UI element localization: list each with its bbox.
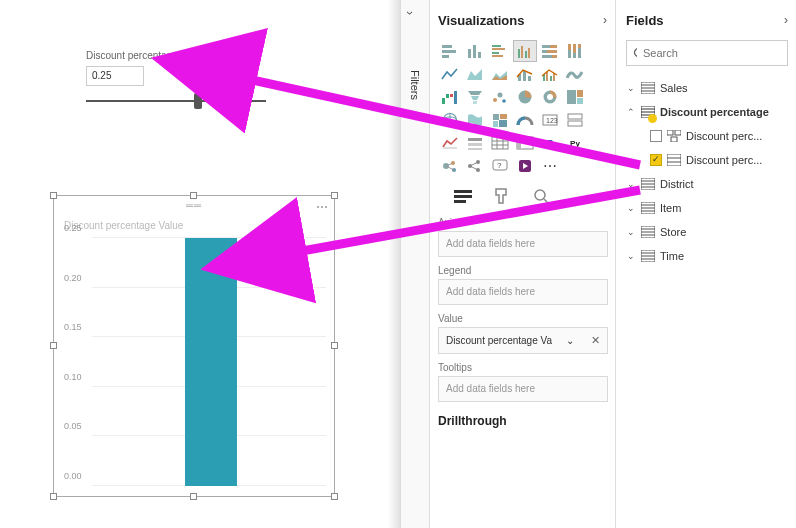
kpi-icon[interactable] <box>438 132 462 154</box>
donut-icon[interactable] <box>538 86 562 108</box>
stacked-area-icon[interactable] <box>488 63 512 85</box>
funnel-icon[interactable] <box>463 86 487 108</box>
resize-handle[interactable] <box>331 493 338 500</box>
svg-rect-101 <box>671 137 677 142</box>
key-influencers-icon[interactable] <box>438 155 462 177</box>
area-chart-icon[interactable] <box>463 63 487 85</box>
svg-point-87 <box>535 190 545 200</box>
report-canvas[interactable]: Discount percentage 0.25 ══ ⋯ Discount p… <box>0 0 400 528</box>
fields-search[interactable] <box>626 40 788 66</box>
field-checkbox[interactable] <box>650 130 662 142</box>
chevron-collapse-icon[interactable]: › <box>603 13 607 27</box>
resize-handle[interactable] <box>190 493 197 500</box>
more-options-icon[interactable]: ⋯ <box>316 200 328 214</box>
r-visual-icon[interactable]: R <box>538 132 562 154</box>
clustered-bar-icon[interactable] <box>488 40 512 62</box>
line-chart-icon[interactable] <box>438 63 462 85</box>
resize-handle[interactable] <box>50 342 57 349</box>
active-badge-icon <box>648 114 657 123</box>
slicer-track[interactable] <box>86 100 266 102</box>
treemap-icon[interactable] <box>563 86 587 108</box>
bar <box>185 238 237 486</box>
resize-handle[interactable] <box>50 192 57 199</box>
svg-text:123: 123 <box>546 117 558 124</box>
fields-tree: ⌄ Sales ⌃ Discount percentage Discount p… <box>626 76 788 268</box>
table-icon <box>641 82 655 94</box>
svg-rect-100 <box>675 130 681 135</box>
svg-rect-34 <box>442 98 445 104</box>
format-tab-icon[interactable] <box>492 187 514 209</box>
more-visuals-icon[interactable]: ⋯ <box>538 155 562 177</box>
search-input[interactable] <box>643 47 781 59</box>
table-discount-percentage[interactable]: ⌃ Discount percentage <box>626 100 788 124</box>
bar-chart-visual[interactable]: ══ ⋯ Discount percentage Value 0.00 0.05… <box>54 196 334 496</box>
fields-tab-icon[interactable] <box>452 187 474 209</box>
stacked-column-100-icon[interactable] <box>563 40 587 62</box>
table-item[interactable]: ⌄ Item <box>626 196 788 220</box>
waterfall-icon[interactable] <box>438 86 462 108</box>
axis-well[interactable]: Add data fields here <box>438 231 608 257</box>
svg-point-44 <box>547 94 553 100</box>
table-district[interactable]: ⌄ District <box>626 172 788 196</box>
table-store[interactable]: ⌄ Store <box>626 220 788 244</box>
table-label: Store <box>660 226 686 238</box>
svg-rect-60 <box>468 138 482 141</box>
decomposition-tree-icon[interactable] <box>463 155 487 177</box>
resize-handle[interactable] <box>50 493 57 500</box>
move-grip-icon[interactable]: ══ <box>186 200 202 211</box>
value-section-label: Value <box>438 313 607 324</box>
resize-handle[interactable] <box>331 192 338 199</box>
chevron-collapse-icon[interactable]: › <box>784 13 788 27</box>
svg-rect-29 <box>528 76 531 81</box>
resize-handle[interactable] <box>190 192 197 199</box>
python-visual-icon[interactable]: Py <box>563 132 587 154</box>
chart-title: Discount percentage Value <box>64 220 183 231</box>
stacked-bar-100-icon[interactable] <box>538 40 562 62</box>
clustered-column-icon[interactable] <box>513 40 537 62</box>
chevron-expand-icon[interactable]: › <box>403 11 417 15</box>
table-icon[interactable] <box>488 132 512 154</box>
slicer-handle[interactable] <box>194 93 202 109</box>
remove-field-icon[interactable]: ✕ <box>591 334 600 347</box>
gauge-icon[interactable] <box>513 109 537 131</box>
line-clustered-column-icon[interactable] <box>538 63 562 85</box>
chevron-down-icon: ⌃ <box>626 107 636 117</box>
slicer-icon[interactable] <box>463 132 487 154</box>
ribbon-chart-icon[interactable] <box>563 63 587 85</box>
slicer-value-input[interactable]: 0.25 <box>86 66 144 86</box>
value-well[interactable]: Discount percentage Va ⌄ ✕ <box>438 327 608 354</box>
table-sales[interactable]: ⌄ Sales <box>626 76 788 100</box>
stacked-bar-icon[interactable] <box>438 40 462 62</box>
svg-rect-70 <box>517 137 521 149</box>
shape-map-icon[interactable] <box>488 109 512 131</box>
multi-row-card-icon[interactable] <box>563 109 587 131</box>
svg-rect-46 <box>577 90 583 97</box>
analytics-tab-icon[interactable] <box>532 187 554 209</box>
svg-rect-54 <box>499 120 507 127</box>
filters-pane-collapsed[interactable]: › Filters <box>400 0 430 528</box>
card-icon[interactable]: 123 <box>538 109 562 131</box>
table-time[interactable]: ⌄ Time <box>626 244 788 268</box>
map-icon[interactable] <box>438 109 462 131</box>
field-discount-perc-2[interactable]: Discount perc... <box>626 148 788 172</box>
tooltips-well[interactable]: Add data fields here <box>438 376 608 402</box>
chevron-right-icon: ⌄ <box>626 251 636 261</box>
pie-icon[interactable] <box>513 86 537 108</box>
filled-map-icon[interactable] <box>463 109 487 131</box>
svg-rect-59 <box>443 147 457 149</box>
matrix-icon[interactable] <box>513 132 537 154</box>
chevron-down-icon[interactable]: ⌄ <box>566 335 574 346</box>
line-stacked-column-icon[interactable] <box>513 63 537 85</box>
qna-icon[interactable]: ? <box>488 155 512 177</box>
legend-well[interactable]: Add data fields here <box>438 279 608 305</box>
filters-label: Filters <box>409 70 421 100</box>
stacked-column-icon[interactable] <box>463 40 487 62</box>
hierarchy-icon <box>667 130 681 142</box>
field-checkbox[interactable] <box>650 154 662 166</box>
legend-section-label: Legend <box>438 265 607 276</box>
power-apps-icon[interactable] <box>513 155 537 177</box>
resize-handle[interactable] <box>331 342 338 349</box>
svg-rect-24 <box>573 44 576 53</box>
scatter-icon[interactable] <box>488 86 512 108</box>
field-discount-perc-1[interactable]: Discount perc... <box>626 124 788 148</box>
